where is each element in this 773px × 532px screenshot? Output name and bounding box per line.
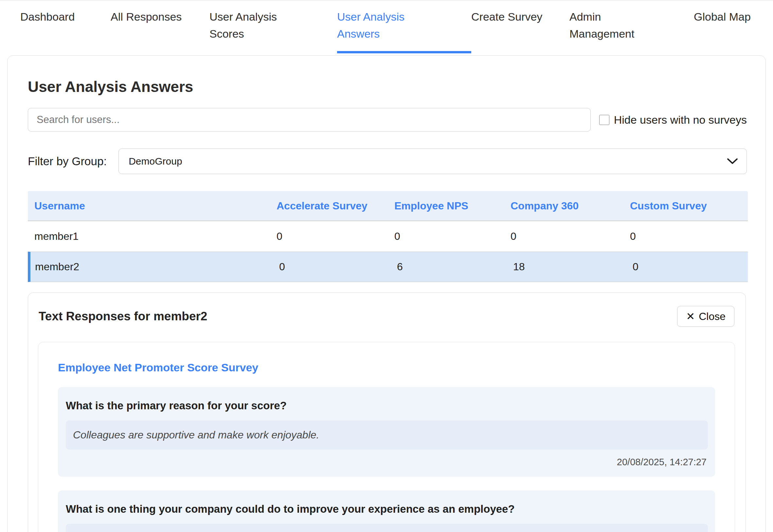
group-select[interactable]: DemoGroup [118,149,747,174]
answer-box: Colleagues are supportive and make work … [66,420,708,450]
nav-tab-global-map[interactable]: Global Map [694,9,769,37]
question-text: What is the primary reason for your scor… [66,399,708,412]
filter-row: Filter by Group: DemoGroup [28,149,747,174]
column-header-custom-survey[interactable]: Custom Survey [623,200,748,212]
username-cell: member2 [30,261,273,273]
close-button-label: Close [699,310,726,323]
text-responses-panel: Text Responses for member2 ✕ Close Emplo… [28,293,746,532]
nav-tab-label: Admin Management [569,9,664,42]
column-header-accelerate-survey[interactable]: Accelerate Survey [270,200,388,212]
table-row-member1[interactable]: member1 0 0 0 0 [28,221,748,252]
nav-tab-dashboard[interactable]: Dashboard [20,9,111,37]
answer-box: Provide career paths instead of vague pr… [66,524,708,532]
panel-header: Text Responses for member2 ✕ Close [38,306,735,327]
close-icon: ✕ [686,310,695,323]
nav-tab-user-analysis-answers[interactable]: User Analysis Answers [337,9,471,53]
question-card: What is the primary reason for your scor… [58,387,715,477]
page: { "nav": { "items": [ { "label": "Dashbo… [0,0,773,532]
nav-tab-label: User Analysis Scores [209,9,304,42]
panel-title: Text Responses for member2 [39,310,207,323]
survey-title: Employee Net Promoter Score Survey [58,361,715,374]
hide-users-checkbox-label[interactable]: Hide users with no surveys [599,114,747,126]
custom-survey-cell: 0 [623,230,748,242]
content-card: User Analysis Answers Hide users with no… [7,55,766,532]
search-input[interactable] [28,108,591,132]
column-header-username[interactable]: Username [28,200,270,212]
nav-tab-label: User Analysis Answers [337,9,432,42]
nav-tab-label: Global Map [694,9,769,26]
search-row: Hide users with no surveys [28,108,747,132]
employee-nps-cell: 6 [390,261,507,273]
answer-text: Colleagues are supportive and make work … [73,429,319,441]
nav-tab-label: Dashboard [20,9,111,26]
company-360-cell: 18 [507,261,626,273]
question-text: What is one thing your company could do … [66,503,708,515]
nav-tab-admin-management[interactable]: Admin Management [569,9,694,53]
survey-card: Employee Net Promoter Score Survey What … [38,342,735,532]
main-nav: Dashboard All Responses User Analysis Sc… [0,1,773,53]
nav-tab-all-responses[interactable]: All Responses [111,9,209,37]
nav-tab-label: Create Survey [471,9,566,26]
page-title: User Analysis Answers [28,78,747,96]
hide-users-checkbox[interactable] [599,115,609,125]
group-select-value: DemoGroup [129,156,182,167]
chevron-down-icon [727,158,738,165]
username-cell: member1 [28,230,270,242]
filter-by-group-label: Filter by Group: [28,155,107,168]
nav-tab-user-analysis-scores[interactable]: User Analysis Scores [209,9,337,53]
custom-survey-cell: 0 [626,261,750,273]
table-row-member2[interactable]: member2 0 6 18 0 [28,252,748,282]
question-card: What is one thing your company could do … [58,490,715,532]
company-360-cell: 0 [504,230,623,242]
close-button[interactable]: ✕ Close [677,306,734,327]
column-header-company-360[interactable]: Company 360 [504,200,623,212]
users-table: Username Accelerate Survey Employee NPS … [28,191,748,282]
hide-users-label-text: Hide users with no surveys [614,114,747,126]
accelerate-survey-cell: 0 [270,230,388,242]
answer-timestamp: 20/08/2025, 14:27:27 [66,457,708,468]
nav-tab-create-survey[interactable]: Create Survey [471,9,569,37]
table-header-row: Username Accelerate Survey Employee NPS … [28,191,748,221]
employee-nps-cell: 0 [388,230,504,242]
nav-tab-label: All Responses [111,9,206,26]
column-header-employee-nps[interactable]: Employee NPS [388,200,504,212]
accelerate-survey-cell: 0 [273,261,390,273]
